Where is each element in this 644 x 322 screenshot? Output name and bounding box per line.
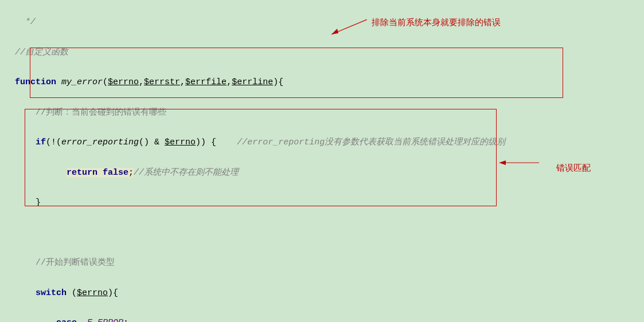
highlight-box-1 <box>30 48 563 98</box>
annotation-text: 排除当前系统本身就要排除的错误 <box>372 15 501 30</box>
code-line: */ <box>15 15 644 30</box>
code-line: //开始判断错误类型 <box>15 256 644 270</box>
code-line: switch ($errno){ <box>15 286 644 301</box>
code-line <box>15 226 644 241</box>
code-line: case E_ERROR: <box>15 316 644 322</box>
highlight-box-2 <box>25 109 497 206</box>
comment: */ <box>25 17 36 27</box>
annotation-text: 错误匹配 <box>556 160 591 175</box>
